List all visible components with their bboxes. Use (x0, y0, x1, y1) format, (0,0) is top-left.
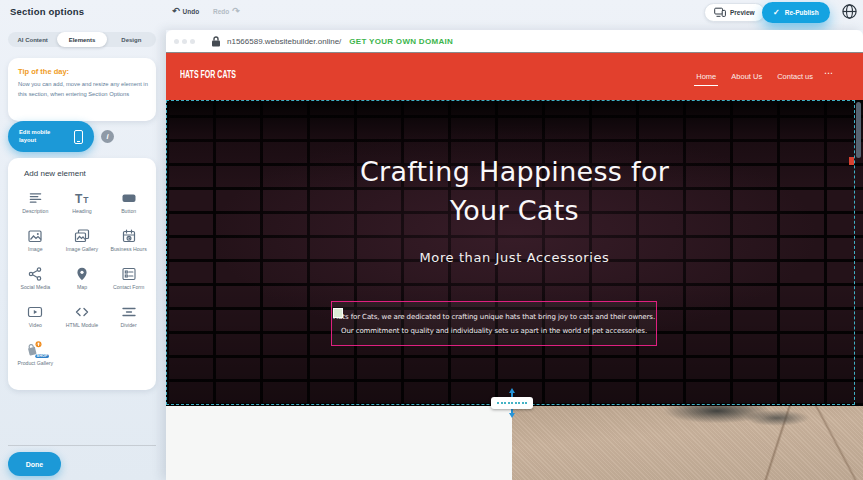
element-item-divider[interactable]: Divider (105, 299, 152, 337)
svg-text:T: T (83, 194, 89, 204)
nav-more-icon[interactable]: ⋯ (824, 69, 833, 78)
element-item-video[interactable]: Video (12, 299, 59, 337)
info-icon: i (106, 132, 108, 141)
business-hours-icon (121, 227, 137, 244)
resize-arrow-down-icon (509, 413, 515, 418)
site-nav: Home About Us Contact us (696, 53, 813, 100)
contact-form-icon (121, 265, 137, 282)
preview-label: Preview (730, 9, 755, 16)
selected-text-element[interactable]: Hats for Cats, we are dedicated to craft… (331, 301, 657, 346)
tip-heading: Tip of the day: (18, 67, 69, 76)
done-button[interactable]: Done (8, 452, 61, 476)
element-grid: Description T T Heading Button (12, 185, 152, 375)
edit-mobile-layout-button[interactable]: Edit mobile layout (8, 121, 94, 152)
page-title: Section options (10, 6, 84, 17)
heading-icon: T T (74, 189, 90, 206)
video-icon (27, 303, 43, 320)
hero-section[interactable]: Crafting Happiness for Your Cats More th… (166, 100, 863, 406)
element-item-image-gallery[interactable]: Image Gallery (59, 223, 106, 261)
site-url: n1566589.websitebuilder.online/ (227, 37, 341, 46)
window-dot (190, 39, 195, 44)
element-drag-handle[interactable] (333, 308, 343, 318)
text-lines-icon (28, 189, 43, 206)
language-globe-button[interactable] (841, 3, 858, 20)
share-icon (27, 265, 43, 282)
svg-text:T: T (75, 191, 83, 205)
undo-icon: ↶ (172, 7, 180, 16)
tip-of-the-day-card: Tip of the day: Now you can add, move an… (8, 58, 156, 121)
nav-home[interactable]: Home (696, 72, 716, 81)
check-icon: ✓ (773, 8, 780, 17)
element-item-social-media[interactable]: Social Media (12, 261, 59, 299)
window-dot (182, 39, 187, 44)
phone-icon (74, 130, 83, 144)
browser-address-bar: n1566589.websitebuilder.online/ GET YOUR… (166, 30, 863, 53)
tab-elements[interactable]: Elements (57, 32, 106, 47)
element-item-contact-form[interactable]: Contact Form (105, 261, 152, 299)
hero-paragraph-line: Our commitment to quality and individual… (332, 324, 656, 338)
get-domain-link[interactable]: GET YOUR OWN DOMAIN (349, 37, 453, 46)
element-item-html-module[interactable]: HTML Module (59, 299, 106, 337)
element-item-product-gallery[interactable]: SHOP Product Gallery (12, 337, 59, 375)
sidebar-tabs: AI Content Elements Design (8, 32, 156, 47)
edit-mobile-label: Edit mobile layout (19, 129, 63, 144)
republish-button[interactable]: ✓ Re-Publish (762, 2, 830, 23)
nav-contact-us[interactable]: Contact us (777, 72, 813, 81)
add-element-panel: Add new element Description T T Heading (8, 158, 156, 390)
hero-paragraph-line: Hats for Cats, we are dedicated to craft… (332, 310, 656, 324)
map-pin-icon (74, 265, 90, 282)
nav-about-us[interactable]: About Us (731, 72, 762, 81)
tip-body: Now you can add, move and resize any ele… (18, 80, 148, 100)
site-logo[interactable]: HATS FOR CATS (180, 69, 236, 81)
add-element-heading: Add new element (24, 169, 86, 178)
element-item-business-hours[interactable]: Business Hours (105, 223, 152, 261)
shop-badge: SHOP (35, 354, 49, 358)
element-item-map[interactable]: Map (59, 261, 106, 299)
app-window: Section options ↶ Undo Redo ↷ Preview ✓ … (0, 0, 863, 480)
tab-design[interactable]: Design (107, 32, 156, 47)
button-icon (121, 189, 137, 206)
republish-label: Re-Publish (785, 9, 819, 16)
undo-button[interactable]: ↶ Undo (172, 7, 199, 16)
scrollbar-thumb[interactable] (856, 102, 861, 158)
next-section-background (166, 406, 512, 480)
image-gallery-icon (74, 227, 90, 244)
site-header: HATS FOR CATS Home About Us Contact us ⋯ (166, 53, 863, 100)
element-item-description[interactable]: Description (12, 185, 59, 223)
window-dot (174, 39, 179, 44)
hero-heading[interactable]: Crafting Happiness for Your Cats (335, 152, 695, 230)
tab-ai-content[interactable]: AI Content (8, 32, 57, 47)
element-item-heading[interactable]: T T Heading (59, 185, 106, 223)
sidebar-divider (8, 445, 156, 446)
product-gallery-icon: SHOP (25, 341, 45, 358)
image-icon (27, 227, 43, 244)
hero-subheading[interactable]: More than Just Accessories (166, 250, 863, 265)
undo-label: Undo (183, 8, 200, 15)
redo-label: Redo (213, 8, 229, 15)
element-item-image[interactable]: Image (12, 223, 59, 261)
lock-icon (211, 36, 221, 47)
next-section-image (512, 406, 863, 480)
redo-button[interactable]: Redo ↷ (213, 7, 240, 16)
section-resize-handle[interactable] (491, 397, 533, 409)
preview-button[interactable]: Preview (704, 3, 765, 22)
info-button[interactable]: i (101, 130, 114, 143)
scrollbar-section-marker (849, 157, 854, 165)
code-icon (74, 303, 90, 320)
redo-icon: ↷ (232, 7, 240, 16)
divider-icon (121, 303, 137, 320)
devices-icon (714, 7, 726, 18)
element-item-button[interactable]: Button (105, 185, 152, 223)
site-preview-window: n1566589.websitebuilder.online/ GET YOUR… (166, 30, 863, 480)
